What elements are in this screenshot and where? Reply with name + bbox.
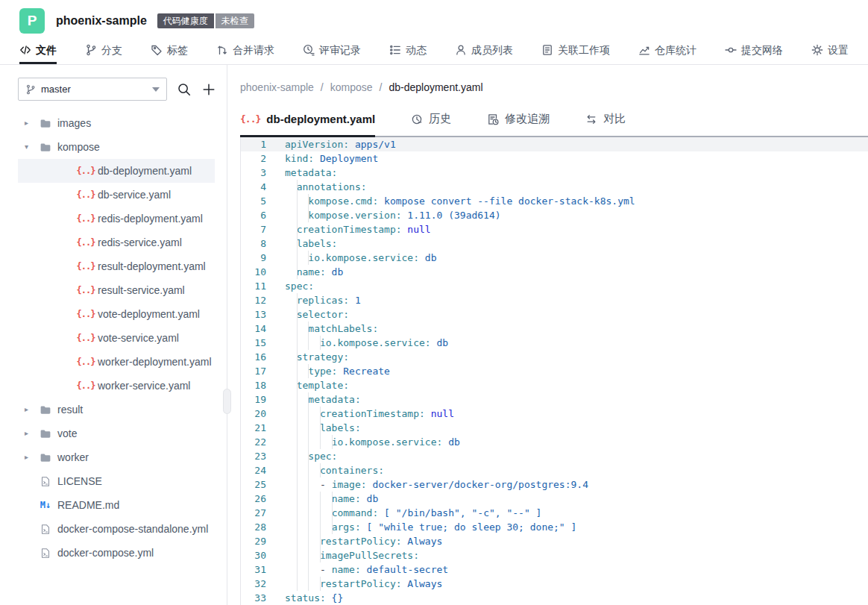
tree-item-label: result-service.yaml [98,284,185,296]
code-line: 13 selector: [241,307,868,322]
tree-file-README.md[interactable]: M↓README.md [18,493,215,517]
yaml-file-icon: {..} [240,114,260,124]
code-line-content: strategy: [285,350,868,364]
tree-file-db-service.yaml[interactable]: {..}db-service.yaml [18,183,215,207]
code-line-content: creationTimestamp: null [285,407,868,421]
yaml-file-icon: {..} [79,166,92,175]
add-file-icon[interactable] [201,82,216,97]
tree-folder-images[interactable]: ▸images [18,111,215,135]
breadcrumb: phoenix-sample / kompose / db-deployment… [240,81,868,93]
sidebar-collapse-handle[interactable] [223,389,231,414]
main-content: phoenix-sample / kompose / db-deployment… [227,65,868,605]
code-line: 2kind: Deployment [241,151,868,166]
repo-nav: 文件分支标签合并请求评审记录动态成员列表关联工作项仓库统计提交网络设置 [0,40,868,64]
project-logo[interactable]: P [19,8,45,34]
caret-right-icon[interactable]: ▸ [25,430,34,437]
caret-right-icon[interactable]: ▸ [25,454,34,461]
tree-file-result-service.yaml[interactable]: {..}result-service.yaml [18,278,215,302]
tree-file-vote-service.yaml[interactable]: {..}vote-service.yaml [18,326,215,350]
tree-item-label: kompose [57,141,100,153]
caret-right-icon[interactable]: ▸ [25,119,34,127]
merge-icon [216,44,228,56]
tree-file-worker-deployment.yaml[interactable]: {..}worker-deployment.yaml [18,350,215,374]
nav-tab-label: 成员列表 [471,44,513,56]
nav-tab-activity[interactable]: 动态 [389,44,427,64]
branch-name: master [41,84,152,95]
nav-tab-settings[interactable]: 设置 [811,44,849,64]
file-tab-blame[interactable]: 修改追溯 [487,112,550,136]
tree-file-redis-service.yaml[interactable]: {..}redis-service.yaml [18,231,215,254]
folder-icon [39,142,52,153]
code-line-content: name: db [285,492,868,506]
folder-icon [39,118,52,129]
folder-icon [39,404,52,416]
code-line-content: io.kompose.service: db [285,435,868,449]
tree-file-worker-service.yaml[interactable]: {..}worker-service.yaml [18,374,215,398]
tree-file-docker-compose-standalone.yml[interactable]: docker-compose-standalone.yml [18,517,215,541]
nav-tab-tags[interactable]: 标签 [151,44,188,64]
line-number: 6 [241,208,266,222]
code-line-content: containers: [285,463,868,477]
code-line-content: labels: [285,236,868,251]
file-tab-label: 对比 [603,112,626,126]
file-icon [39,548,52,559]
line-number: 29 [241,534,266,548]
sidebar-toolbar: master [0,65,227,101]
code-editor[interactable]: 1apiVersion: apps/v12kind: Deployment3me… [240,137,868,605]
line-number: 2 [241,151,266,166]
breadcrumb-repo[interactable]: phoenix-sample [240,81,314,93]
line-number: 23 [241,449,266,463]
file-tab-compare[interactable]: 对比 [585,112,626,136]
code-line: 14 matchLabels: [241,322,868,336]
caret-right-icon[interactable]: ▸ [25,406,34,413]
breadcrumb-folder[interactable]: kompose [330,81,373,93]
tree-folder-kompose[interactable]: ▾kompose [18,135,215,159]
code-line-content: template: [285,378,868,392]
line-number: 26 [241,492,266,506]
tree-item-label: worker-deployment.yaml [98,356,212,368]
tree-file-docker-compose.yml[interactable]: docker-compose.yml [18,541,215,565]
tree-file-LICENSE[interactable]: LICENSE [18,469,215,493]
code-line-content: imagePullSecrets: [285,548,868,562]
tree-file-vote-deployment.yaml[interactable]: {..}vote-deployment.yaml [18,302,215,326]
nav-tab-commit-network[interactable]: 提交网络 [725,44,783,64]
caret-down-icon[interactable]: ▾ [25,143,34,151]
branch-icon [85,44,97,56]
tree-item-label: LICENSE [57,475,102,487]
nav-tab-merge-requests[interactable]: 合并请求 [216,44,274,64]
nav-tab-label: 评审记录 [319,44,361,56]
project-header: P phoenix-sample 代码健康度 未检查 [0,0,868,40]
code-health-badge-status: 未检查 [216,13,254,28]
file-tab-history[interactable]: 历史 [411,112,451,136]
tree-file-redis-deployment.yaml[interactable]: {..}redis-deployment.yaml [18,207,215,231]
search-icon[interactable] [177,82,192,97]
nav-tab-work-items[interactable]: 关联工作项 [541,44,610,64]
code-line-content: - image: docker-server/docker-org/postgr… [285,477,868,492]
tree-folder-result[interactable]: ▸result [18,398,215,421]
code-line: 28 args: [ "while true; do sleep 30; don… [241,520,868,534]
code-line: 27 command: [ "/bin/bash", "-c", "--" ] [241,506,868,520]
tree-folder-vote[interactable]: ▸vote [18,421,215,445]
code-line-content: args: [ "while true; do sleep 30; done;"… [285,520,868,534]
code-line: 11spec: [241,279,868,293]
code-line-content: command: [ "/bin/bash", "-c", "--" ] [285,506,868,520]
code-line-content: restartPolicy: Always [285,577,868,591]
folder-icon [39,428,52,439]
sidebar: master ▸images▾kompose{..}db-deployment.… [0,65,227,605]
file-tab-file[interactable]: {..}db-deployment.yaml [240,112,375,136]
yaml-file-icon: {..} [79,333,92,342]
page-body: master ▸images▾kompose{..}db-deployment.… [0,65,868,605]
tree-folder-worker[interactable]: ▸worker [18,445,215,469]
header: P phoenix-sample 代码健康度 未检查 文件分支标签合并请求评审记… [0,0,868,65]
tree-file-result-deployment.yaml[interactable]: {..}result-deployment.yaml [18,254,215,278]
nav-tab-reviews[interactable]: 评审记录 [303,44,361,64]
branch-selector[interactable]: master [18,78,167,101]
code-line-content: kompose.cmd: kompose convert --file dock… [285,194,868,208]
tree-file-db-deployment.yaml[interactable]: {..}db-deployment.yaml [18,159,215,183]
nav-tab-branches[interactable]: 分支 [85,44,122,64]
code-line: 6 kompose.version: 1.11.0 (39ad614) [241,208,868,222]
nav-tab-files[interactable]: 文件 [19,44,57,64]
nav-tab-members[interactable]: 成员列表 [455,44,513,64]
line-number: 4 [241,180,266,194]
nav-tab-repo-stats[interactable]: 仓库统计 [638,44,696,64]
